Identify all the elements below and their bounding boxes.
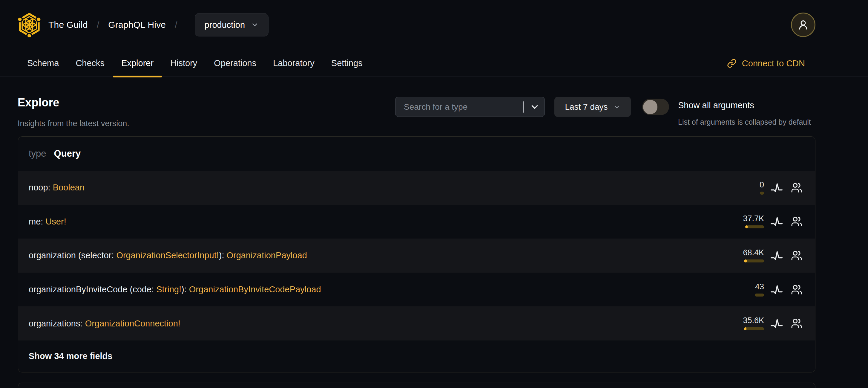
request-count: 35.6K	[743, 317, 764, 325]
request-count-block: 37.7K	[743, 215, 764, 228]
request-count-block: 35.6K	[743, 317, 764, 330]
tab-history[interactable]: History	[162, 49, 206, 77]
usage-bar	[745, 226, 764, 228]
request-count-block: 43	[743, 283, 764, 297]
request-count: 0	[760, 181, 764, 189]
tab-checks[interactable]: Checks	[67, 49, 113, 77]
pulse-icon[interactable]	[770, 283, 783, 296]
usage-bar	[760, 191, 764, 195]
user-menu-button[interactable]	[791, 12, 815, 37]
toggle-label: Show all arguments	[678, 100, 754, 110]
users-icon[interactable]	[791, 284, 802, 295]
chevron-down-icon[interactable]	[530, 102, 540, 112]
field-signature: organizations: OrganizationConnection!	[29, 319, 180, 329]
users-icon[interactable]	[791, 216, 802, 227]
usage-bar-fill	[744, 260, 747, 263]
usage-bar	[744, 327, 764, 330]
users-icon[interactable]	[791, 182, 802, 193]
usage-bar	[744, 260, 764, 263]
pulse-icon[interactable]	[770, 181, 783, 194]
breadcrumb-separator: /	[175, 20, 177, 30]
period-label: Last 7 days	[565, 102, 608, 112]
next-type-card-edge	[18, 383, 815, 388]
field-row[interactable]: organizationByInviteCode (code: String!)…	[18, 273, 815, 307]
field-signature: organization (selector: OrganizationSele…	[29, 250, 307, 260]
show-more-fields-button[interactable]: Show 34 more fields	[18, 340, 815, 372]
request-count: 37.7K	[743, 215, 764, 223]
fields-list: noop: Boolean 0 me: User! 37.7K	[18, 171, 815, 340]
app-header: The Guild / GraphQL Hive / production	[0, 0, 868, 50]
tab-laboratory[interactable]: Laboratory	[265, 49, 323, 77]
target-selector-label: production	[205, 20, 245, 30]
field-stats: 37.7K	[743, 215, 802, 228]
connect-to-cdn-label: Connect to CDN	[742, 59, 805, 68]
period-selector-button[interactable]: Last 7 days	[554, 97, 631, 117]
tab-settings[interactable]: Settings	[323, 49, 371, 77]
breadcrumb-project[interactable]: GraphQL Hive	[108, 20, 166, 30]
usage-bar-fill	[744, 327, 746, 330]
tabs-list: SchemaChecksExplorerHistoryOperationsLab…	[19, 49, 371, 77]
field-stats: 68.4K	[743, 249, 802, 263]
request-count-block: 68.4K	[743, 249, 764, 263]
tab-explorer[interactable]: Explorer	[113, 49, 162, 77]
toggle-knob	[643, 100, 657, 114]
type-search-combobox	[395, 97, 545, 117]
field-signature: noop: Boolean	[29, 183, 85, 192]
type-name: Query	[54, 148, 81, 159]
field-stats: 0	[743, 181, 802, 195]
usage-bar	[755, 294, 764, 297]
hive-logo-icon	[17, 12, 42, 37]
app: The Guild / GraphQL Hive / production Sc…	[0, 0, 868, 388]
page-title: Explore	[18, 96, 59, 109]
type-card-query: type Query noop: Boolean 0 me: User! 37.…	[18, 136, 815, 372]
field-signature: me: User!	[29, 217, 66, 227]
chevron-down-icon	[613, 103, 620, 111]
link-icon	[727, 59, 737, 68]
breadcrumb: The Guild / GraphQL Hive / production	[49, 13, 269, 36]
chevron-down-icon	[251, 21, 259, 29]
request-count: 43	[755, 283, 764, 291]
pulse-icon[interactable]	[770, 317, 783, 330]
target-selector-button[interactable]: production	[195, 13, 269, 36]
users-icon[interactable]	[791, 318, 802, 329]
type-card-header: type Query	[18, 137, 815, 171]
show-all-arguments-toggle[interactable]	[642, 99, 669, 115]
tab-schema[interactable]: Schema	[19, 49, 67, 77]
field-row[interactable]: me: User! 37.7K	[18, 205, 815, 239]
page-subtitle: Insights from the latest version.	[18, 119, 129, 128]
field-signature: organizationByInviteCode (code: String!)…	[29, 285, 321, 294]
field-stats: 43	[743, 283, 802, 297]
breadcrumb-org[interactable]: The Guild	[49, 20, 88, 30]
field-stats: 35.6K	[743, 317, 802, 330]
combobox-divider	[523, 101, 524, 113]
tab-operations[interactable]: Operations	[206, 49, 265, 77]
user-round-icon	[798, 19, 809, 30]
field-row[interactable]: organizations: OrganizationConnection! 3…	[18, 306, 815, 340]
toggle-hint: List of arguments is collapsed by defaul…	[678, 118, 811, 126]
request-count-block: 0	[743, 181, 764, 195]
pulse-icon[interactable]	[770, 249, 783, 262]
type-kind-label: type	[29, 148, 46, 159]
users-icon[interactable]	[791, 250, 802, 261]
pulse-icon[interactable]	[770, 215, 783, 228]
breadcrumb-separator: /	[97, 20, 99, 30]
field-row[interactable]: organization (selector: OrganizationSele…	[18, 239, 815, 273]
usage-bar-fill	[745, 226, 748, 228]
connect-to-cdn-button[interactable]: Connect to CDN	[727, 50, 805, 77]
search-input[interactable]	[396, 102, 521, 112]
field-row[interactable]: noop: Boolean 0	[18, 171, 815, 205]
request-count: 68.4K	[743, 249, 764, 257]
